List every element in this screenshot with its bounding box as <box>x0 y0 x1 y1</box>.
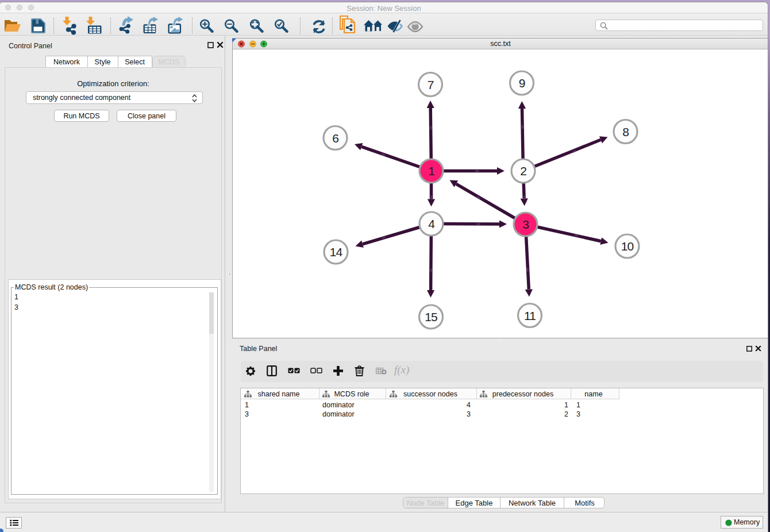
svg-text:3: 3 <box>522 218 529 231</box>
svg-text:1: 1 <box>428 164 434 178</box>
svg-text:6: 6 <box>332 132 338 145</box>
svg-text:8: 8 <box>622 125 629 138</box>
svg-text:9: 9 <box>519 76 525 90</box>
svg-text:14: 14 <box>330 245 343 259</box>
svg-text:15: 15 <box>425 310 437 323</box>
svg-text:4: 4 <box>428 217 435 230</box>
svg-text:11: 11 <box>524 309 536 322</box>
svg-text:10: 10 <box>621 240 634 253</box>
svg-text:2: 2 <box>520 164 526 178</box>
svg-text:7: 7 <box>428 78 434 91</box>
